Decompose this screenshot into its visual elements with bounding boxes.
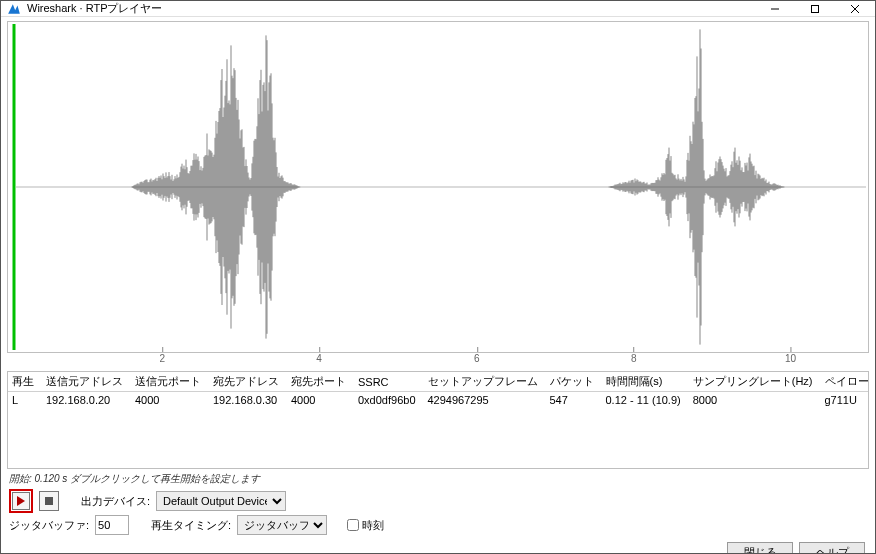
wireshark-icon	[7, 2, 21, 16]
cell-packets: 547	[546, 392, 602, 409]
play-button-highlight	[9, 489, 33, 513]
cell-ssrc: 0xd0df96b0	[354, 392, 424, 409]
close-button[interactable]	[835, 1, 875, 16]
maximize-button[interactable]	[795, 1, 835, 16]
minimize-button[interactable]	[755, 1, 795, 16]
close-dialog-button[interactable]: 閉じる	[727, 542, 793, 554]
column-header[interactable]: 送信元ポート	[131, 372, 209, 392]
waveform-panel[interactable]	[7, 21, 869, 353]
cell-src_port: 4000	[131, 392, 209, 409]
cell-dst_port: 4000	[287, 392, 354, 409]
column-header[interactable]: セットアップフレーム	[424, 372, 546, 392]
clock-label: 時刻	[362, 518, 384, 533]
waveform-canvas	[8, 22, 868, 352]
help-button[interactable]: ヘルプ	[799, 542, 865, 554]
column-header[interactable]: サンプリングレート(Hz)	[689, 372, 821, 392]
table-header-row: 再生送信元アドレス送信元ポート宛先アドレス宛先ポートSSRCセットアップフレーム…	[8, 372, 869, 392]
titlebar: Wireshark · RTPプレイヤー	[1, 1, 875, 17]
column-header[interactable]: 再生	[8, 372, 42, 392]
window-controls	[755, 1, 875, 16]
stream-table[interactable]: 再生送信元アドレス送信元ポート宛先アドレス宛先ポートSSRCセットアップフレーム…	[8, 372, 869, 408]
timing-controls-row: ジッタバッファ: 再生タイミング: ジッタバッファ 時刻	[7, 514, 869, 536]
timing-select[interactable]: ジッタバッファ	[237, 515, 327, 535]
output-device-select[interactable]: Default Output Device	[156, 491, 286, 511]
stop-button[interactable]	[39, 491, 59, 511]
cell-setup: 4294967295	[424, 392, 546, 409]
column-header[interactable]: 宛先アドレス	[209, 372, 287, 392]
cell-span: 0.12 - 11 (10.9)	[602, 392, 689, 409]
playback-controls-row: 出力デバイス: Default Output Device	[7, 488, 869, 514]
axis-tick: 8	[631, 353, 637, 364]
cell-rate: 8000	[689, 392, 821, 409]
column-header[interactable]: SSRC	[354, 372, 424, 392]
window-title: Wireshark · RTPプレイヤー	[27, 1, 162, 16]
table-body: L192.168.0.204000192.168.0.3040000xd0df9…	[8, 392, 869, 409]
table-row[interactable]: L192.168.0.204000192.168.0.3040000xd0df9…	[8, 392, 869, 409]
cell-src_addr: 192.168.0.20	[42, 392, 131, 409]
column-header[interactable]: 時間間隔(s)	[602, 372, 689, 392]
stream-table-frame: 再生送信元アドレス送信元ポート宛先アドレス宛先ポートSSRCセットアップフレーム…	[7, 371, 869, 469]
playback-hint: 開始: 0.120 s ダブルクリックして再生開始を設定します	[7, 469, 869, 488]
column-header[interactable]: ペイロード	[821, 372, 870, 392]
cell-play: L	[8, 392, 42, 409]
axis-tick: 10	[785, 353, 796, 364]
dialog-footer: 閉じる ヘルプ	[7, 536, 869, 554]
timing-label: 再生タイミング:	[151, 518, 231, 533]
jitter-input[interactable]	[95, 515, 129, 535]
time-axis: 246810	[7, 353, 869, 371]
clock-checkbox[interactable]	[347, 519, 359, 531]
cell-dst_addr: 192.168.0.30	[209, 392, 287, 409]
column-header[interactable]: 宛先ポート	[287, 372, 354, 392]
svg-rect-1	[812, 5, 819, 12]
axis-tick: 4	[316, 353, 322, 364]
jitter-label: ジッタバッファ:	[9, 518, 89, 533]
axis-tick: 2	[159, 353, 165, 364]
cell-payload: g711U	[821, 392, 870, 409]
axis-tick: 6	[474, 353, 480, 364]
column-header[interactable]: 送信元アドレス	[42, 372, 131, 392]
column-header[interactable]: パケット	[546, 372, 602, 392]
clock-checkbox-wrap[interactable]: 時刻	[347, 518, 384, 533]
play-button[interactable]	[12, 492, 30, 510]
output-device-label: 出力デバイス:	[81, 494, 150, 509]
content-area: 246810 再生送信元アドレス送信元ポート宛先アドレス宛先ポートSSRCセット…	[1, 17, 875, 554]
svg-rect-351	[45, 497, 53, 505]
